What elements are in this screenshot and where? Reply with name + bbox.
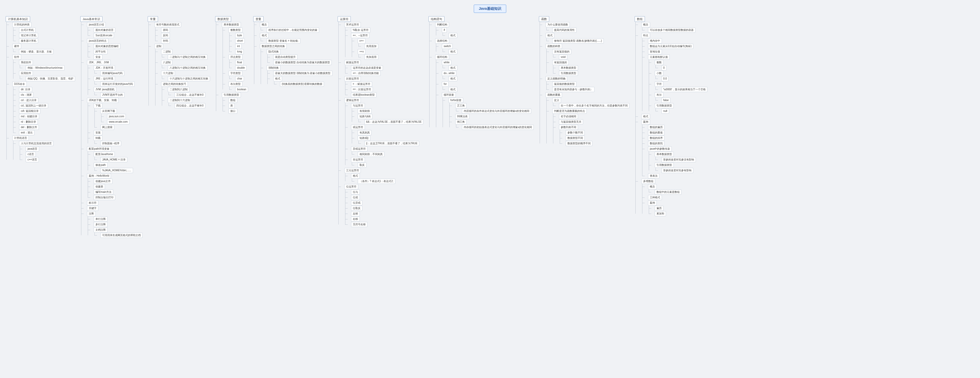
tree-node: www.orcale.com <box>107 119 129 124</box>
tree-node: 编写main方法 <box>94 189 113 195</box>
tree-node: ++、--运算符 <box>351 33 369 38</box>
tree-node: （条件）? 表达式1：表达式2; <box>358 179 395 184</box>
tree-node: 浮点类型 <box>229 54 242 60</box>
tree-node: 面向对象的思想编程 <box>94 44 121 49</box>
tree-node: &&：左边为FALSE，后面不看了，结果为FALSE <box>364 119 423 124</box>
tree-node: JDK的下载、安装、卸载 <box>87 98 119 103</box>
tree-node: 定义 <box>552 98 561 103</box>
tree-node: ++x <box>358 49 366 54</box>
tree-node: 0.0 <box>662 76 668 81</box>
root-node: Java基础知识 <box>474 5 506 13</box>
tree-node: 注释 <box>87 211 96 216</box>
tree-node: 用来编写java代码 <box>100 71 124 76</box>
tree-node: 数组会为元素从0开始自动编号(角标) <box>648 44 693 49</box>
tree-node: 格式 <box>273 76 282 81</box>
tree-node: 判断是否为函数重载的特点 <box>552 108 587 114</box>
tree-node: 关键字 <box>87 206 98 211</box>
tree-node: 堆内存中 <box>648 38 662 43</box>
tree-node: 短路与&& <box>358 114 372 119</box>
tree-node: JVM: java虚拟机 <box>94 87 116 92</box>
tree-node: cd..:返回到上一级目录 <box>19 103 48 108</box>
tree-node: 三位组合，左边不够补0 <box>175 92 205 97</box>
tree-node: 标示符 <box>87 200 98 205</box>
tree-node: byte <box>235 33 244 38</box>
tree-node: 硬件 <box>12 44 21 49</box>
tree-node: 服务器计算机 <box>19 38 38 43</box>
tree-node: 用来运行开发好的java代码 <box>100 81 134 87</box>
tree-node: 数组的遍历 <box>648 125 665 130</box>
tree-node: 例如：Windwos\linux\unix\mac <box>26 65 65 70</box>
tree-node: 单行注释 <box>94 216 108 222</box>
tree-node: if <box>442 27 447 33</box>
tree-node: ||：左边卫TRUE，后面不看了，结果为TRUE <box>364 141 420 146</box>
tree-node: 台式计算机 <box>19 27 35 33</box>
tree-node: 格式 <box>546 33 554 38</box>
tree-node: 短路或|| <box>358 135 370 141</box>
tree-node: 案例 <box>648 200 657 205</box>
tree-node: 面向对象的语言 <box>94 27 115 33</box>
diagram-canvas: Java基础知识 计算机基本知识计算机的种类台式计算机笔记本计算机服务器计算机硬… <box>0 0 980 378</box>
tree-node: 为什么要使用函数 <box>546 22 570 27</box>
tree-node: 三种格式 <box>648 195 662 200</box>
tree-node: 内层循环的条件表达式变化与外层循环的增量x的变化相同 <box>462 108 531 114</box>
tree-node: 程序执行的过程中，在规定范围内变化的量 <box>267 27 319 33</box>
tree-node: 累加和 <box>655 211 666 216</box>
tree-node: 位异或 <box>351 200 362 205</box>
tree-node: 八进制与十进制之间的相互转换 <box>168 65 207 70</box>
tree-node: 二进制 <box>161 49 172 54</box>
tree-node: JVM不是跨平台的 <box>100 92 124 97</box>
tree-node: 字符类型 <box>229 71 242 76</box>
tree-node: 控制台输出打印 <box>94 195 115 200</box>
tree-node: 卸载 <box>94 135 102 141</box>
tree-node: 左移 <box>351 211 360 216</box>
tree-node: 数据类型之间的转换 <box>260 44 287 49</box>
tree-node: 右移 <box>351 216 360 222</box>
tree-node: 与返回值类型无关 <box>559 119 583 124</box>
tree-node: 修饰符 返回值类型 函数名(参数列表){......} <box>552 38 604 43</box>
branch-column: 数组概念可以存放多个相同数据类型数据的容器特点堆内存中数组会为元素从0开始自动编… <box>632 16 707 216</box>
tree-node: boolean <box>235 87 248 92</box>
tree-node: 二进制到八进制 <box>168 87 189 92</box>
branch-column: 计算机基本知识计算机的种类台式计算机笔记本计算机服务器计算机硬件例如：硬盘、显示… <box>3 16 75 162</box>
tree-node: 赋值运算符 <box>344 60 361 65</box>
tree-node: 可用用来生成网页格式的帮助文档 <box>100 233 143 238</box>
tree-node: 进制 <box>154 44 163 49</box>
tree-node: 可以存放多个相同数据类型数据的容器 <box>648 27 695 33</box>
tree-node: 进制之间的转换技巧 <box>161 81 188 87</box>
tree-node: 数据类型的顺序不同 <box>566 141 592 146</box>
tree-node: DOS命令 <box>12 81 27 87</box>
tree-node: 格式 <box>641 114 650 119</box>
tree-node: 结构语句 <box>428 16 444 22</box>
branch-column: 变量概念程序执行的过程中，在规定范围内变化的量格式数据类型 变量名 = 初始值;… <box>250 16 332 87</box>
tree-node: 99乘法表 <box>455 114 469 119</box>
tree-node: 基本数据类型 <box>559 65 578 70</box>
tree-node: 格式 <box>449 76 457 81</box>
tree-node: 提高代码的复用性 <box>552 27 576 33</box>
tree-node: 二进制到十六进制 <box>168 98 192 103</box>
tree-node: ==：比较运算符 <box>351 87 373 92</box>
tree-node: 下载 <box>94 103 102 108</box>
tree-node: md：创建目录 <box>19 114 39 119</box>
tree-node: 创建java文件 <box>94 179 112 184</box>
tree-node: 运算符的左边必须是变量 <box>351 65 383 70</box>
tree-node: java语言 <box>26 146 39 151</box>
tree-node: switch <box>442 44 453 49</box>
tree-node: x++ <box>358 38 366 43</box>
tree-node: 查表法 <box>648 173 659 178</box>
tree-node: 返回值的数据类型 <box>552 81 576 87</box>
tree-node: 常量 <box>148 16 158 22</box>
tree-node: false <box>662 98 670 103</box>
tree-node: 小数 <box>655 71 663 76</box>
tree-node: 引用数据类型 <box>655 162 674 168</box>
tree-node: 形参的改变对实参没有影响 <box>662 157 696 162</box>
tree-node: 选择结构 <box>435 38 449 43</box>
tree-node: 先用后加 <box>364 44 378 49</box>
tree-node: 例如：硬盘、显示器、主板 <box>19 49 54 54</box>
tree-node: 算术运算符 <box>344 22 361 27</box>
tree-node: 数组中的元素是数组 <box>655 189 681 195</box>
tree-node: 十六进制 <box>161 71 175 76</box>
tree-node: 安全 <box>94 54 102 60</box>
tree-node: 位或 <box>351 195 360 200</box>
tree-node: del：删除文件 <box>19 125 39 130</box>
tree-node: %JAVA_HOME%\bin;...... <box>100 168 133 173</box>
